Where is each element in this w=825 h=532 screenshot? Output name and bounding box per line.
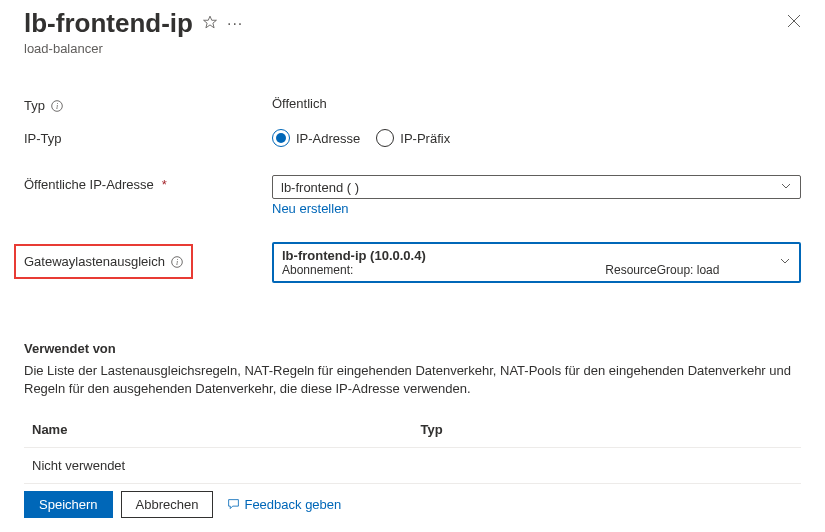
empty-cell: Nicht verwendet <box>24 448 413 484</box>
pubip-label: Öffentliche IP-Adresse <box>24 177 154 192</box>
svg-text:i: i <box>56 102 58 111</box>
required-indicator: * <box>162 177 167 192</box>
save-button[interactable]: Speichern <box>24 491 113 518</box>
info-icon[interactable]: i <box>171 256 183 268</box>
chevron-down-icon <box>779 255 791 270</box>
more-icon[interactable]: ··· <box>227 16 243 32</box>
page-subtitle: load-balancer <box>24 41 243 56</box>
used-table: Name Typ Nicht verwendet <box>24 412 801 484</box>
chevron-down-icon <box>780 180 792 195</box>
col-typ: Typ <box>413 412 802 448</box>
typ-value: Öffentlich <box>272 96 327 111</box>
favorite-icon[interactable] <box>203 15 217 32</box>
iptyp-label: IP-Typ <box>24 131 62 146</box>
used-desc: Die Liste der Lastenausgleichsregeln, NA… <box>24 362 801 398</box>
gateway-sub-left: Abonnement: <box>282 263 602 277</box>
radio-ip-adresse-label: IP-Adresse <box>296 131 360 146</box>
typ-label: Typ <box>24 98 45 113</box>
table-row: Nicht verwendet <box>24 448 801 484</box>
col-name: Name <box>24 412 413 448</box>
feedback-label: Feedback geben <box>244 497 341 512</box>
feedback-icon <box>227 498 240 511</box>
neu-erstellen-link[interactable]: Neu erstellen <box>272 201 349 216</box>
svg-marker-0 <box>204 16 217 28</box>
gateway-label-highlight: Gatewaylastenausgleich i <box>14 244 193 279</box>
cancel-button[interactable]: Abbrechen <box>121 491 214 518</box>
gateway-sub-right: ResourceGroup: load <box>605 263 719 277</box>
radio-ip-praefix-label: IP-Präfix <box>400 131 450 146</box>
info-icon[interactable]: i <box>51 100 63 112</box>
pubip-dropdown-value: lb-frontend ( ) <box>281 180 359 195</box>
gateway-label: Gatewaylastenausgleich <box>24 254 165 269</box>
radio-ip-praefix[interactable]: IP-Präfix <box>376 129 450 147</box>
pubip-dropdown[interactable]: lb-frontend ( ) <box>272 175 801 199</box>
feedback-link[interactable]: Feedback geben <box>227 497 341 512</box>
used-heading: Verwendet von <box>24 341 801 356</box>
gateway-dropdown-value: lb-frontend-ip (10.0.0.4) <box>282 248 719 263</box>
close-icon[interactable] <box>787 8 801 31</box>
page-title: lb-frontend-ip <box>24 8 193 39</box>
radio-ip-adresse[interactable]: IP-Adresse <box>272 129 360 147</box>
svg-text:i: i <box>176 258 178 267</box>
gateway-dropdown[interactable]: lb-frontend-ip (10.0.0.4) Abonnement: Re… <box>272 242 801 283</box>
